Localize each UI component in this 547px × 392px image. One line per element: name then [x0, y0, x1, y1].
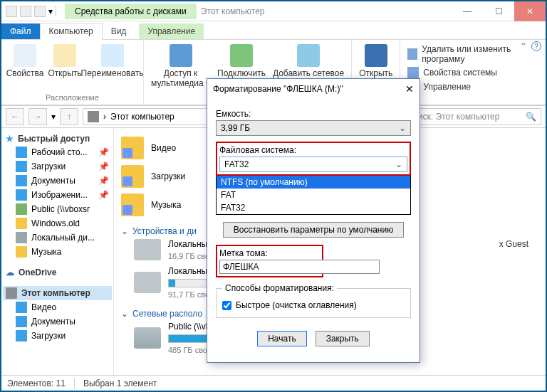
fs-option-ntfs[interactable]: NTFS (по умолчанию): [217, 176, 410, 189]
media-access-button[interactable]: Доступ кмультимедиа ▾: [150, 43, 212, 90]
open-button[interactable]: Открыть: [47, 43, 83, 80]
nav-documents2[interactable]: Документы: [3, 314, 112, 329]
search-input[interactable]: иск: Этот компьютер 🔍: [413, 108, 541, 125]
capacity-select[interactable]: 3,99 ГБ⌄: [216, 120, 411, 136]
nav-documents[interactable]: Документы 📌: [3, 174, 112, 188]
ribbon-help-icon[interactable]: ?: [531, 41, 541, 51]
nav-images[interactable]: Изображени... 📌: [3, 188, 112, 202]
start-button[interactable]: Начать: [257, 331, 307, 346]
restore-defaults-button[interactable]: Восстановить параметры по умолчанию: [223, 222, 404, 238]
filesystem-dropdown-list: NTFS (по умолчанию) FAT FAT32: [216, 176, 411, 215]
cloud-icon: ☁: [6, 267, 14, 277]
monitor-icon: [407, 67, 419, 78]
chevron-down-icon: ⌄: [395, 159, 402, 169]
nav-public[interactable]: Public (\\vboxsr: [3, 202, 112, 216]
add-network-button[interactable]: Добавить сетевое: [271, 43, 345, 80]
chevron-down-icon: ⌄: [121, 309, 128, 319]
status-elements: Элементов: 11: [7, 378, 66, 388]
qat-undo-icon[interactable]: [20, 6, 31, 17]
methods-legend: Способы форматирования:: [222, 283, 337, 293]
fs-option-fat32[interactable]: FAT32: [217, 201, 410, 214]
forward-button[interactable]: →: [28, 108, 47, 125]
system-properties-link[interactable]: Свойства системы: [407, 67, 538, 78]
nav-desktop[interactable]: Рабочий сто... 📌: [3, 145, 112, 159]
open2-button[interactable]: Открыть: [358, 43, 394, 80]
ribbon-group-location: Расположение: [7, 93, 137, 102]
tab-control[interactable]: Управление: [139, 23, 204, 39]
quick-format-label: Быстрое (очистка оглавления): [236, 300, 357, 310]
quick-access-root[interactable]: ★ Быстрый доступ: [3, 132, 112, 145]
breadcrumb-root[interactable]: Этот компьютер: [110, 112, 174, 122]
qat-dropdown-icon[interactable]: ▾: [48, 6, 53, 16]
properties-button[interactable]: Свойства: [7, 43, 43, 80]
close-button[interactable]: ✕: [514, 1, 546, 21]
recent-dropdown-icon[interactable]: ▾: [51, 112, 56, 122]
search-placeholder: иск: Этот компьютер: [418, 112, 499, 122]
disk-icon: [134, 272, 161, 293]
app-icon: [6, 6, 17, 17]
ribbon-tabs: Файл Компьютер Вид Управление ⌃ ?: [1, 21, 546, 40]
maximize-button[interactable]: ☐: [483, 1, 514, 21]
volume-label-label: Метка тома:: [219, 248, 320, 258]
format-methods-fieldset: Способы форматирования: Быстрое (очистка…: [216, 283, 411, 318]
chevron-down-icon: ⌄: [399, 123, 406, 133]
nav-thispc[interactable]: Этот компьютер: [3, 286, 112, 300]
volume-label-input[interactable]: [219, 260, 380, 274]
nav-localdisk[interactable]: Локальный ди...: [3, 231, 112, 245]
qat-redo-icon[interactable]: [34, 6, 46, 17]
status-bar: Элементов: 11 Выбран 1 элемент: [1, 375, 546, 391]
disk-icon: [134, 239, 161, 260]
status-selected: Выбран 1 элемент: [83, 378, 157, 388]
contextual-tab-label: Средства работы с дисками: [65, 4, 197, 19]
nav-video[interactable]: Видео: [3, 300, 112, 314]
minimize-button[interactable]: —: [452, 1, 483, 21]
network-disk-icon: [134, 327, 161, 349]
tab-file[interactable]: Файл: [1, 23, 40, 39]
quick-format-checkbox[interactable]: Быстрое (очистка оглавления): [222, 300, 405, 310]
nav-downloads[interactable]: Загрузки 📌: [3, 159, 112, 174]
capacity-label: Емкость:: [216, 109, 411, 119]
filesystem-select[interactable]: FAT32⌄: [219, 157, 407, 172]
navigation-pane: ★ Быстрый доступ Рабочий сто... 📌 Загруз…: [1, 128, 114, 375]
folder-icon: [121, 165, 144, 188]
nav-onedrive[interactable]: ☁ OneDrive: [3, 266, 112, 279]
rename-button[interactable]: Переименовать: [87, 43, 137, 80]
window-title: Этот компьютер: [197, 6, 269, 16]
chevron-down-icon: ⌄: [121, 226, 128, 236]
folder-icon: [121, 137, 144, 159]
box-icon: [407, 48, 417, 60]
quick-access-toolbar: ▾: [1, 6, 61, 17]
quick-format-input[interactable]: [222, 301, 231, 310]
management-link[interactable]: Управление: [407, 81, 538, 92]
nav-music[interactable]: Музыка: [3, 245, 112, 259]
search-icon[interactable]: 🔍: [526, 112, 536, 122]
uninstall-programs-link[interactable]: Удалить или изменить программу: [407, 44, 538, 64]
up-button[interactable]: ↑: [60, 108, 78, 125]
nav-downloads2[interactable]: Загрузки: [3, 329, 112, 343]
nav-windowsold[interactable]: Windows.old: [3, 216, 112, 231]
format-dialog: Форматирование "ФЛЕШКА (M:)" ✕ Емкость: …: [207, 78, 420, 363]
filesystem-label: Файловая система:: [219, 145, 407, 155]
close-button[interactable]: Закрыть: [316, 331, 370, 346]
dialog-close-button[interactable]: ✕: [405, 83, 414, 95]
window-titlebar: ▾ Средства работы с дисками Этот компьют…: [1, 1, 546, 21]
dialog-title: Форматирование "ФЛЕШКА (M:)": [213, 84, 343, 94]
tab-computer[interactable]: Компьютер: [40, 23, 103, 40]
thispc-icon: [88, 111, 99, 122]
folder-icon: [121, 194, 144, 216]
fs-option-fat[interactable]: FAT: [217, 189, 410, 201]
guest-hint: x Guest: [499, 239, 528, 249]
ribbon-collapse-icon[interactable]: ⌃: [520, 41, 527, 51]
tab-view[interactable]: Вид: [103, 23, 135, 39]
back-button[interactable]: ←: [6, 108, 24, 125]
connect-button[interactable]: Подключить: [216, 43, 267, 80]
